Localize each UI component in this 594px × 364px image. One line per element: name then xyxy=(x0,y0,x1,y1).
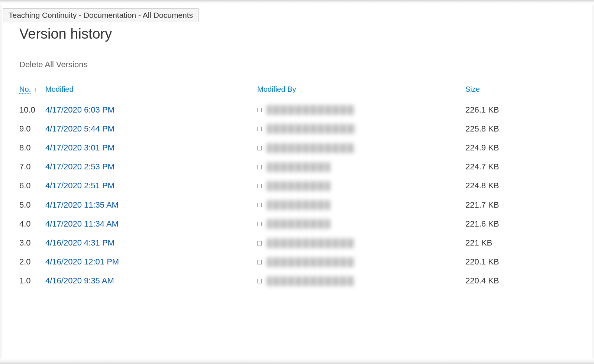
version-row: 8.04/17/2020 3:01 PM224.9 KB xyxy=(19,138,579,157)
version-modified-by xyxy=(257,138,465,157)
version-modified-by xyxy=(257,119,465,138)
redacted-user-name xyxy=(267,219,330,229)
version-modified-by xyxy=(257,100,465,119)
version-modified-link[interactable]: 4/17/2020 3:01 PM xyxy=(45,138,257,157)
version-modified-link[interactable]: 4/16/2020 12:01 PM xyxy=(45,253,257,272)
version-row: 9.04/17/2020 5:44 PM225.8 KB xyxy=(19,119,579,138)
version-modified-link[interactable]: 4/17/2020 2:51 PM xyxy=(45,176,257,195)
presence-icon xyxy=(257,203,262,207)
redacted-user-name xyxy=(267,257,354,267)
version-size: 224.7 KB xyxy=(465,157,579,176)
presence-icon xyxy=(257,146,262,150)
version-modified-by xyxy=(257,157,465,176)
version-row: 6.04/17/2020 2:51 PM224.8 KB xyxy=(19,176,579,195)
version-size: 221.7 KB xyxy=(465,195,579,214)
column-header-modified-by[interactable]: Modified By xyxy=(257,85,465,100)
column-no-label: No. xyxy=(19,85,31,94)
breadcrumb-tooltip: Teaching Continuity - Documentation - Al… xyxy=(3,8,198,22)
column-header-size[interactable]: Size xyxy=(465,85,579,100)
version-number: 5.0 xyxy=(19,195,45,214)
presence-icon xyxy=(257,127,262,131)
presence-icon xyxy=(257,222,262,226)
version-number: 3.0 xyxy=(19,233,45,252)
version-modified-link[interactable]: 4/17/2020 5:44 PM xyxy=(45,119,257,138)
window-top-shadow xyxy=(0,0,594,4)
redacted-user-name xyxy=(267,200,330,210)
version-size: 220.1 KB xyxy=(465,253,579,272)
version-modified-by xyxy=(257,195,465,214)
delete-all-versions-link[interactable]: Delete All Versions xyxy=(19,60,87,69)
presence-icon xyxy=(257,241,262,246)
sort-descending-icon: ↓ xyxy=(34,86,37,93)
presence-icon xyxy=(257,108,262,112)
redacted-user-name xyxy=(267,238,354,248)
redacted-user-name xyxy=(267,162,330,172)
version-size: 224.8 KB xyxy=(465,176,579,195)
version-size: 226.1 KB xyxy=(465,100,579,119)
redacted-user-name xyxy=(267,143,354,153)
redacted-user-name xyxy=(267,276,354,286)
presence-icon xyxy=(257,165,262,169)
version-modified-link[interactable]: 4/17/2020 2:53 PM xyxy=(45,157,257,176)
redacted-user-name xyxy=(267,124,355,134)
presence-icon xyxy=(257,184,262,188)
version-size: 225.8 KB xyxy=(465,119,579,138)
version-row: 5.04/17/2020 11:35 AM221.7 KB xyxy=(19,195,579,214)
version-size: 224.9 KB xyxy=(465,138,579,157)
version-row: 2.04/16/2020 12:01 PM220.1 KB xyxy=(19,253,579,272)
version-number: 9.0 xyxy=(19,119,45,138)
version-row: 10.04/17/2020 6:03 PM226.1 KB xyxy=(19,100,579,119)
version-history-table: No. ↓ Modified Modified By Size 10.04/17… xyxy=(19,85,579,290)
redacted-user-name xyxy=(267,181,330,191)
version-modified-by xyxy=(257,176,465,195)
version-row: 3.04/16/2020 4:31 PM221 KB xyxy=(19,233,579,252)
version-row: 1.04/16/2020 9:35 AM220.4 KB xyxy=(19,272,579,290)
version-modified-by xyxy=(257,214,465,233)
version-size: 221 KB xyxy=(465,233,579,252)
version-history-content: Version history Delete All Versions No. … xyxy=(19,26,579,290)
version-number: 2.0 xyxy=(19,253,45,272)
version-modified-link[interactable]: 4/17/2020 11:34 AM xyxy=(45,214,257,233)
column-header-no[interactable]: No. ↓ xyxy=(19,85,45,100)
version-modified-by xyxy=(257,233,465,252)
version-number: 6.0 xyxy=(19,176,45,195)
version-number: 8.0 xyxy=(19,138,45,157)
window-bottom-shadow xyxy=(0,359,594,364)
version-modified-link[interactable]: 4/17/2020 11:35 AM xyxy=(45,195,257,214)
version-size: 220.4 KB xyxy=(465,272,579,290)
version-modified-link[interactable]: 4/16/2020 9:35 AM xyxy=(45,272,257,290)
presence-icon xyxy=(257,260,262,264)
page-title: Version history xyxy=(19,26,579,42)
version-row: 4.04/17/2020 11:34 AM221.6 KB xyxy=(19,214,579,233)
version-number: 7.0 xyxy=(19,157,45,176)
column-header-modified[interactable]: Modified xyxy=(45,85,257,100)
version-modified-link[interactable]: 4/16/2020 4:31 PM xyxy=(45,233,257,252)
version-number: 4.0 xyxy=(19,214,45,233)
version-number: 10.0 xyxy=(19,100,45,119)
version-modified-link[interactable]: 4/17/2020 6:03 PM xyxy=(45,100,257,119)
version-modified-by xyxy=(257,253,465,272)
version-row: 7.04/17/2020 2:53 PM224.7 KB xyxy=(19,157,579,176)
version-size: 221.6 KB xyxy=(465,214,579,233)
version-modified-by xyxy=(257,272,465,290)
redacted-user-name xyxy=(267,105,354,115)
version-number: 1.0 xyxy=(19,272,45,290)
presence-icon xyxy=(257,279,262,283)
